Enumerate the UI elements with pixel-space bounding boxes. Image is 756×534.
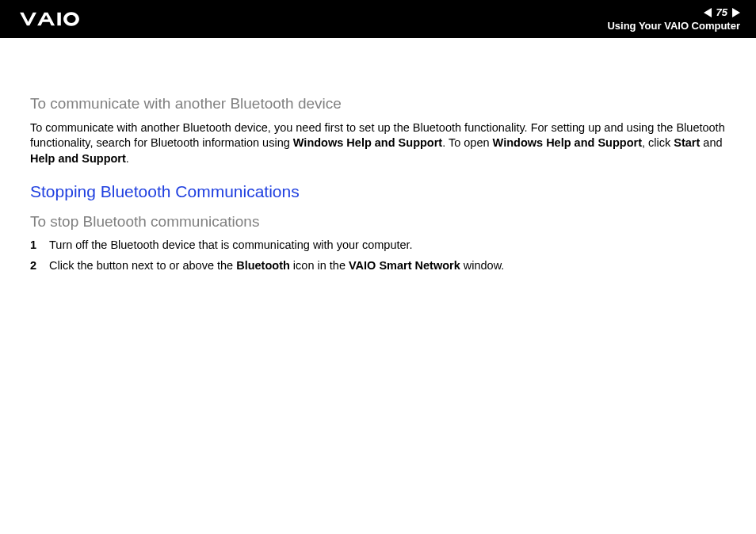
bold-text: VAIO Smart Network xyxy=(349,259,460,272)
next-page-arrow-icon[interactable] xyxy=(732,8,740,17)
text: and xyxy=(700,136,722,149)
section-title: Using Your VAIO Computer xyxy=(607,20,740,32)
text: window. xyxy=(460,259,505,272)
bold-text: Help and Support xyxy=(30,152,126,165)
text: Click the button next to or above the xyxy=(49,259,236,272)
step-1: 1 Turn off the Bluetooth device that is … xyxy=(30,238,726,254)
page-nav: 75 xyxy=(704,6,740,18)
page-content: To communicate with another Bluetooth de… xyxy=(0,38,756,273)
text: . To open xyxy=(442,136,492,149)
subheading-communicate: To communicate with another Bluetooth de… xyxy=(30,93,726,114)
bold-text: Bluetooth xyxy=(236,259,290,272)
heading-stopping: Stopping Bluetooth Communications xyxy=(30,181,726,203)
prev-page-arrow-icon[interactable] xyxy=(704,8,712,17)
step-2: 2 Click the button next to or above the … xyxy=(30,258,726,274)
bold-text: Windows Help and Support xyxy=(293,136,442,149)
text: . xyxy=(126,152,129,165)
page-number: 75 xyxy=(716,6,727,18)
bold-text: Windows Help and Support xyxy=(493,136,642,149)
text: icon in the xyxy=(290,259,349,272)
vaio-logo xyxy=(19,10,106,28)
step-number: 1 xyxy=(30,238,49,254)
paragraph-intro: To communicate with another Bluetooth de… xyxy=(30,120,726,167)
svg-rect-0 xyxy=(57,13,60,26)
subheading-stop: To stop Bluetooth communications xyxy=(30,212,726,232)
text: , click xyxy=(642,136,674,149)
header-right: 75 Using Your VAIO Computer xyxy=(607,6,740,32)
step-text: Turn off the Bluetooth device that is co… xyxy=(49,238,726,254)
page-header: 75 Using Your VAIO Computer xyxy=(0,0,756,38)
bold-text: Start xyxy=(674,136,700,149)
step-number: 2 xyxy=(30,258,49,274)
step-text: Click the button next to or above the Bl… xyxy=(49,258,726,274)
